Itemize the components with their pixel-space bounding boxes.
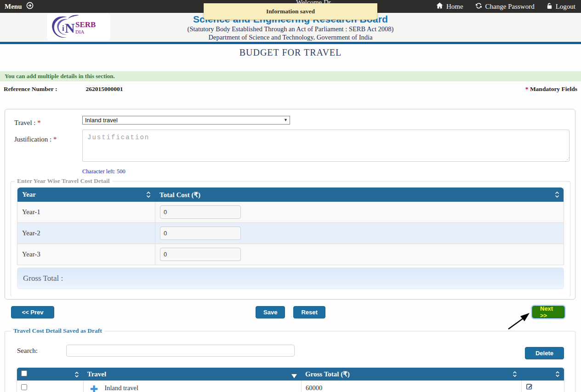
year-wise-cost-legend: Enter Year Wise Travel Cost Detail: [15, 177, 112, 185]
year3-cost-input[interactable]: [160, 248, 241, 261]
search-input[interactable]: [66, 345, 295, 357]
year1-cost-input[interactable]: [160, 205, 241, 219]
change-password-label: Change Password: [485, 3, 535, 11]
character-left-counter: Character left: 500: [82, 168, 125, 175]
unlock-icon: [547, 2, 553, 11]
table-row: Year-2: [17, 223, 564, 244]
home-icon: [436, 2, 443, 11]
sort-icon[interactable]: [555, 191, 559, 200]
column-header-actions[interactable]: [521, 368, 564, 381]
travel-label: Travel : *: [14, 119, 41, 127]
sort-icon[interactable]: [513, 371, 517, 379]
mandatory-asterisk: *: [525, 85, 529, 92]
column-header-total-cost[interactable]: Total Cost (₹): [155, 187, 564, 202]
justification-label: Justification : *: [14, 136, 57, 143]
menu-label: Menu: [5, 3, 22, 11]
row-select-checkbox[interactable]: [21, 384, 27, 390]
year-cost-table: Year Total Cost (₹) Year-1 Year-2: [17, 187, 564, 265]
travel-budget-form-panel: Travel : * Inland travel ▼ Justification…: [5, 109, 575, 300]
gross-total-label: Gross Total :: [23, 274, 63, 283]
logout-label: Logout: [556, 3, 575, 11]
home-label: Home: [446, 3, 463, 11]
table-row: ✚ Inland travel 60000: [17, 381, 564, 392]
column-header-travel[interactable]: Travel: [83, 368, 301, 381]
toast-notification: Information saved: [204, 3, 377, 20]
mandatory-fields-note: * Mandatory Fields: [525, 85, 577, 93]
info-message: You can add multiple details in this sec…: [5, 73, 115, 80]
menu-button[interactable]: Menu: [5, 2, 34, 11]
column-header-select-all[interactable]: [17, 368, 83, 381]
reference-row: Reference Number : 262015000001 * Mandat…: [4, 85, 577, 93]
page-title: BUDGET FOR TRAVEL: [0, 47, 581, 58]
select-all-checkbox[interactable]: [21, 370, 27, 376]
year-label: Year-3: [17, 244, 155, 265]
svg-text:N: N: [65, 20, 75, 35]
sort-icon[interactable]: [555, 371, 560, 379]
home-link[interactable]: Home: [436, 2, 463, 11]
sort-desc-icon[interactable]: [291, 372, 297, 380]
sort-icon[interactable]: [74, 371, 79, 380]
table-row: Year-1: [17, 202, 564, 223]
cursor-arrow-pointer: [505, 311, 533, 333]
next-button[interactable]: Next >>: [532, 306, 564, 318]
change-password-link[interactable]: Change Password: [475, 2, 535, 11]
draft-section-legend: Travel Cost Detail Saved as Draft: [11, 327, 104, 335]
edit-icon[interactable]: [526, 383, 534, 392]
svg-text:SERB: SERB: [75, 20, 96, 29]
column-header-year[interactable]: Year: [17, 187, 155, 202]
year-label: Year-1: [17, 202, 155, 223]
info-banner: You can add multiple details in this sec…: [0, 71, 581, 81]
header-divider: [0, 42, 581, 44]
travel-select[interactable]: Inland travel: [82, 116, 290, 125]
org-subtitle-1: (Statutory Body Established Through an A…: [107, 25, 474, 33]
serb-logo: i N SERB DIA: [47, 13, 110, 41]
delete-button[interactable]: Delete: [525, 347, 564, 359]
justification-textarea[interactable]: [82, 130, 570, 162]
year-wise-cost-fieldset: Enter Year Wise Travel Cost Detail Year …: [11, 177, 570, 297]
save-button[interactable]: Save: [256, 306, 285, 318]
column-header-gross-total[interactable]: Gross Total (₹): [301, 368, 521, 381]
search-label: Search:: [17, 347, 38, 355]
table-row: Year-3: [17, 244, 564, 265]
svg-text:i: i: [62, 24, 64, 33]
refresh-icon: [475, 2, 482, 11]
expand-plus-icon[interactable]: ✚: [90, 386, 98, 392]
year-label: Year-2: [17, 223, 155, 244]
toast-message: Information saved: [266, 8, 315, 15]
draft-table: Travel Gross Total (₹) ✚ Inland tra: [17, 368, 564, 392]
year2-cost-input[interactable]: [160, 227, 241, 240]
draft-section-fieldset: Travel Cost Detail Saved as Draft Search…: [5, 327, 575, 392]
gross-total-value: 60000: [301, 381, 521, 392]
sort-icon[interactable]: [146, 191, 151, 200]
logout-link[interactable]: Logout: [547, 2, 575, 11]
reference-label: Reference Number :: [4, 85, 57, 93]
travel-name: Inland travel: [104, 384, 138, 392]
svg-text:DIA: DIA: [75, 29, 85, 34]
menu-arrow-icon: [26, 2, 34, 11]
org-subtitle-2: Department of Science and Technology, Go…: [107, 33, 474, 41]
reference-number: 262015000001: [85, 85, 123, 93]
reset-button[interactable]: Reset: [293, 306, 325, 318]
gross-total-row: Gross Total :: [17, 267, 564, 289]
